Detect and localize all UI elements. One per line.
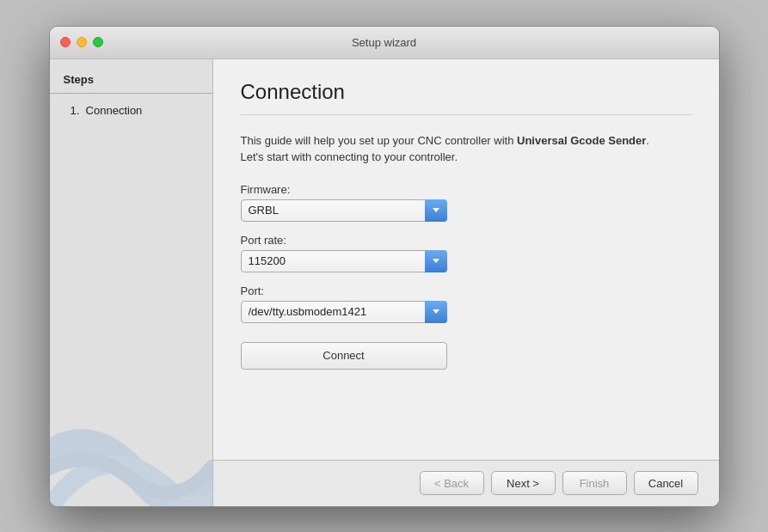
firmware-select-wrapper: GRBL GRBL_MEG5 TinyG G2core	[241, 199, 447, 222]
port-label: Port:	[241, 284, 691, 297]
main-content: Connection This guide will help you set …	[213, 59, 719, 506]
setup-wizard-window: Setup wizard Steps 1. Connection Connect…	[49, 26, 720, 507]
titlebar: Setup wizard	[50, 27, 719, 59]
watermark-graphic	[50, 334, 213, 506]
cancel-button[interactable]: Cancel	[634, 471, 698, 495]
next-button[interactable]: Next >	[491, 471, 556, 495]
traffic-lights	[60, 37, 103, 47]
window-body: Steps 1. Connection Connection This guid…	[50, 59, 719, 506]
finish-button[interactable]: Finish	[562, 471, 627, 495]
content-area: Connection This guide will help you set …	[213, 59, 719, 460]
maximize-button[interactable]	[93, 37, 103, 47]
footer: < Back Next > Finish Cancel	[213, 460, 719, 506]
step-label: Connection	[86, 104, 143, 117]
description-text-1: This guide will help you set up your CNC…	[241, 134, 518, 147]
firmware-group: Firmware: GRBL GRBL_MEG5 TinyG G2core	[241, 183, 691, 222]
minimize-button[interactable]	[77, 37, 87, 47]
sidebar-item-connection[interactable]: 1. Connection	[50, 101, 212, 120]
page-title: Connection	[241, 80, 691, 115]
window-title: Setup wizard	[352, 36, 416, 49]
description-bold: Universal Gcode Sender	[517, 134, 646, 147]
firmware-label: Firmware:	[241, 183, 691, 196]
port-group: Port: /dev/tty.usbmodem1421	[241, 284, 691, 323]
close-button[interactable]	[60, 37, 71, 47]
connect-button[interactable]: Connect	[241, 342, 447, 370]
port-select[interactable]: /dev/tty.usbmodem1421	[241, 301, 447, 323]
port-rate-label: Port rate:	[241, 234, 691, 247]
port-rate-select-wrapper: 115200 9600 19200 38400 57600	[241, 250, 447, 272]
sidebar-heading: Steps	[50, 73, 212, 94]
back-button[interactable]: < Back	[420, 471, 484, 495]
port-select-wrapper: /dev/tty.usbmodem1421	[241, 301, 447, 323]
step-number: 1.	[71, 104, 80, 117]
firmware-select[interactable]: GRBL GRBL_MEG5 TinyG G2core	[241, 199, 447, 222]
port-rate-select[interactable]: 115200 9600 19200 38400 57600	[241, 250, 447, 272]
sidebar: Steps 1. Connection	[50, 59, 213, 506]
description: This guide will help you set up your CNC…	[241, 132, 691, 166]
port-rate-group: Port rate: 115200 9600 19200 38400 57600	[241, 234, 691, 272]
